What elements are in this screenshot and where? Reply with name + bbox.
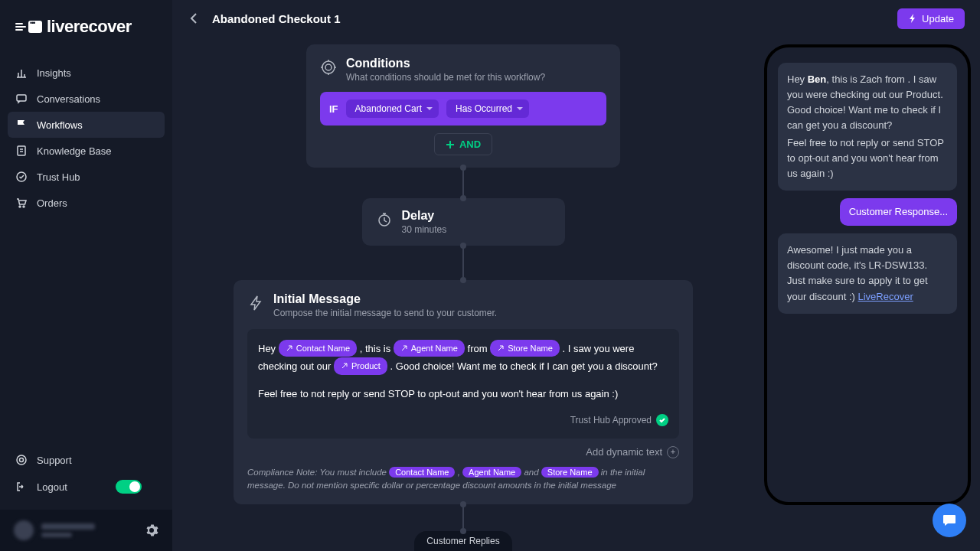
svg-rect-0 (17, 95, 26, 101)
connector (462, 246, 464, 280)
msg-text: Feel free to not reply or send STOP to o… (258, 386, 668, 403)
lightning-icon (908, 14, 917, 23)
logout-icon (15, 481, 28, 493)
delay-card[interactable]: Delay 30 minutes (362, 198, 565, 246)
token-product[interactable]: Product (334, 357, 387, 375)
bar-chart-icon (15, 67, 28, 79)
sidebar-item-orders[interactable]: Orders (0, 190, 172, 216)
compliance-tag: Contact Name (389, 467, 455, 478)
token-agent-name[interactable]: Agent Name (394, 340, 465, 357)
svg-point-3 (19, 206, 21, 207)
flag-icon (15, 119, 28, 131)
brand-name: liverecover (47, 17, 132, 37)
button-label: Update (922, 13, 954, 24)
life-ring-icon (15, 454, 28, 466)
svg-rect-1 (18, 146, 25, 155)
initial-message-card: Initial Message Compose the initial mess… (234, 280, 693, 505)
nav-label: Insights (37, 67, 71, 79)
message-composer[interactable]: Hey Contact Name , this is Agent Name fr… (247, 329, 679, 439)
nav-label: Workflows (37, 119, 83, 131)
preview-pane: Hey Ben, this is Zach from . I saw you w… (764, 44, 971, 505)
svg-point-2 (17, 172, 26, 181)
state-select[interactable]: Has Occurred (446, 99, 529, 118)
stopwatch-icon (376, 211, 393, 228)
nav-label: Conversations (37, 93, 100, 105)
conditions-card: Conditions What conditions should be met… (306, 44, 620, 168)
brand-logo: liverecover (0, 0, 172, 54)
button-label: AND (459, 139, 481, 150)
msg-text: . Good choice! Want me to check if I can… (390, 360, 658, 372)
card-title: Conditions (346, 57, 545, 70)
shield-check-icon (15, 171, 28, 183)
card-title: Initial Message (273, 292, 497, 306)
chat-icon (941, 512, 958, 529)
if-label: IF (329, 103, 338, 115)
preview-link[interactable]: LiveRecover (858, 291, 913, 302)
svg-point-7 (322, 61, 335, 73)
nav-label: Knowledge Base (37, 145, 112, 157)
sidebar-item-knowledge-base[interactable]: Knowledge Base (0, 138, 172, 164)
svg-point-6 (20, 458, 24, 462)
add-dynamic-text-button[interactable]: Add dynamic text + (247, 446, 679, 458)
chat-bubble-icon (28, 21, 42, 33)
delay-value: 30 minutes (402, 224, 447, 235)
token-store-name[interactable]: Store Name (490, 340, 560, 357)
card-subtitle: Compose the initial message to send to y… (273, 308, 497, 318)
trust-hub-status: Trust Hub Approved (258, 412, 668, 428)
theme-toggle[interactable] (116, 480, 142, 494)
connector (462, 504, 464, 531)
check-icon (656, 414, 668, 426)
sidebar: liverecover Insights Conversations Workf… (0, 0, 172, 551)
page-title: Abandoned Checkout 1 (212, 12, 341, 25)
card-subtitle: What conditions should be met for this w… (346, 72, 545, 83)
add-condition-button[interactable]: AND (434, 133, 492, 155)
token-contact-name[interactable]: Contact Name (279, 340, 357, 357)
compliance-tag: Agent Name (462, 467, 521, 478)
cart-icon (15, 197, 28, 209)
svg-point-4 (23, 206, 24, 207)
user-profile-row[interactable] (0, 510, 172, 551)
workflow-canvas: Conditions What conditions should be met… (172, 37, 754, 551)
svg-point-8 (325, 64, 332, 70)
phone-frame: Hey Ben, this is Zach from . I saw you w… (764, 44, 971, 505)
condition-row: IF Abandoned Cart Has Occurred (320, 92, 606, 126)
preview-msg-agent-2: Awesome! I just made you a discount code… (778, 233, 957, 314)
nav-label: Orders (37, 197, 67, 209)
sidebar-item-workflows[interactable]: Workflows (8, 112, 165, 138)
msg-text: , this is (360, 343, 394, 354)
doc-icon (15, 145, 28, 157)
primary-nav: Insights Conversations Workflows Knowled… (0, 54, 172, 441)
plus-circle-icon: + (667, 446, 679, 458)
sidebar-item-conversations[interactable]: Conversations (0, 86, 172, 112)
compliance-tag: Store Name (541, 467, 599, 478)
msg-text: Hey (258, 343, 279, 354)
msg-text: from (468, 343, 491, 354)
target-icon (320, 59, 337, 76)
nav-label: Logout (37, 481, 67, 493)
svg-point-5 (17, 455, 26, 465)
nav-label: Support (37, 455, 72, 466)
card-title: Delay (402, 209, 447, 223)
update-button[interactable]: Update (897, 8, 965, 29)
topbar: Abandoned Checkout 1 Update (172, 0, 980, 37)
sidebar-item-logout[interactable]: Logout (0, 473, 172, 500)
connector (462, 168, 464, 198)
plus-icon (446, 140, 455, 149)
sidebar-item-support[interactable]: Support (0, 447, 172, 473)
preview-msg-agent-1: Hey Ben, this is Zach from . I saw you w… (778, 63, 957, 191)
trigger-select[interactable]: Abandoned Cart (346, 99, 439, 118)
chat-icon (15, 93, 28, 105)
preview-msg-customer: Customer Response... (840, 198, 957, 226)
gear-icon[interactable] (145, 523, 158, 537)
sidebar-item-insights[interactable]: Insights (0, 60, 172, 86)
back-arrow-icon[interactable] (188, 11, 201, 25)
lightning-icon (247, 295, 264, 311)
help-chat-fab[interactable] (933, 504, 966, 537)
avatar (14, 520, 34, 540)
compliance-note: Compliance Note: You must include Contac… (247, 466, 679, 493)
sidebar-item-trust-hub[interactable]: Trust Hub (0, 164, 172, 190)
nav-label: Trust Hub (37, 171, 80, 183)
